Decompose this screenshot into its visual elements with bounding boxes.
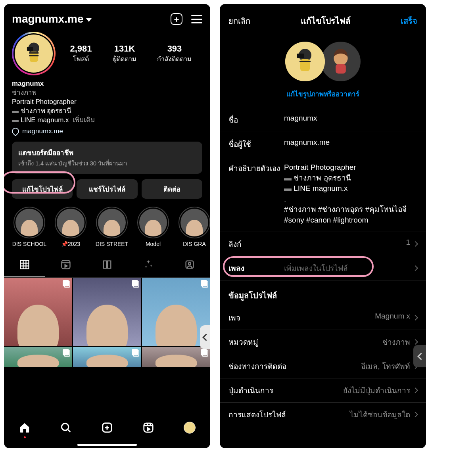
- profile-screen: magnumx.me ＋ 2,981 โพสต์ 131K ผู้ติดตาม …: [4, 4, 210, 448]
- create-icon[interactable]: ＋: [171, 13, 182, 25]
- svg-rect-3: [29, 55, 38, 56]
- share-profile-button[interactable]: แชร์โปรไฟล์: [77, 179, 137, 199]
- post-thumbnail[interactable]: [4, 347, 72, 367]
- svg-rect-2: [29, 52, 38, 54]
- profile-header: magnumx.me ＋: [4, 4, 210, 29]
- pro-dashboard[interactable]: แดชบอร์ดมืออาชีพ เข้าถึง 1.4 แสน บัญชีใน…: [12, 142, 202, 174]
- nav-search-icon[interactable]: [60, 422, 72, 438]
- carousel-icon: [132, 349, 139, 356]
- chevron-right-icon: [413, 315, 418, 320]
- svg-rect-26: [299, 61, 311, 62]
- carousel-icon: [63, 349, 70, 356]
- highlight-item[interactable]: DIS GRA: [177, 207, 210, 247]
- highlight-item[interactable]: Model: [136, 207, 171, 247]
- done-button[interactable]: เสร็จ: [401, 15, 417, 27]
- field-username[interactable]: ชื่อผู้ใช้ magnumx.me: [220, 132, 426, 156]
- edit-title: แก้ไขโปรไฟล์: [301, 14, 351, 27]
- avatar-cartoon[interactable]: [321, 42, 361, 81]
- avatar-pair: [220, 33, 426, 85]
- row-contact[interactable]: ช่องทางการติดต่อ อีเมล, โทรศัพท์: [220, 354, 426, 378]
- field-bio[interactable]: คำอธิบายตัวเอง Portrait Photographer ▬ ช…: [220, 156, 426, 232]
- nav-home-icon[interactable]: [19, 422, 31, 438]
- username-text: magnumx.me: [12, 13, 84, 25]
- row-page[interactable]: เพจ Magnum x: [220, 306, 426, 330]
- profile-link[interactable]: magnumx.me: [4, 125, 210, 135]
- bio-line1: Portrait Photographer: [12, 98, 202, 107]
- chevron-right-icon: [413, 387, 418, 393]
- posts-grid: [4, 278, 210, 367]
- bio-line3: ▬ LINE magnum.x เพิ่มเติม: [12, 116, 202, 125]
- svg-rect-10: [62, 260, 70, 269]
- row-profile-display[interactable]: การแสดงโปรไฟล์ ไม่ได้ซ่อนข้อมูลใด: [220, 403, 426, 426]
- stat-followers[interactable]: 131K ผู้ติดตาม: [113, 44, 136, 64]
- avatar-story-ring[interactable]: [12, 32, 56, 75]
- chevron-right-icon: [413, 339, 418, 344]
- tab-effects-icon[interactable]: [128, 254, 169, 277]
- field-music[interactable]: เพลง เพิ่มเพลงในโปรไฟล์: [220, 256, 426, 280]
- row-action-button[interactable]: ปุ่มดำเนินการ ยังไม่มีปุ่มดำเนินการ: [220, 378, 426, 403]
- tab-grid-icon[interactable]: [4, 254, 45, 277]
- display-name: magnumx: [12, 79, 202, 88]
- contact-button[interactable]: ติดต่อ: [142, 179, 202, 199]
- profile-photo[interactable]: [285, 42, 325, 81]
- highlight-item[interactable]: DIS STREET: [94, 207, 129, 247]
- stat-following[interactable]: 393 กำลังติดตาม: [157, 44, 192, 64]
- chevron-right-icon: [413, 411, 418, 417]
- highlight-item[interactable]: 📌2023: [53, 207, 88, 247]
- link-icon: [10, 126, 20, 136]
- svg-rect-29: [336, 64, 346, 73]
- chevron-right-icon: [413, 241, 418, 246]
- side-handle[interactable]: [200, 325, 210, 349]
- bio-more[interactable]: เพิ่มเติม: [73, 116, 95, 124]
- side-handle[interactable]: [413, 345, 426, 367]
- edit-photo-link[interactable]: แก้ไขรูปภาพหรืออวาตาร์: [220, 85, 426, 108]
- highlight-item[interactable]: DIS SCHOOL: [12, 207, 47, 247]
- bio-line2: ▬ ช่างภาพ อุดรธานี: [12, 107, 202, 116]
- story-highlights: DIS SCHOOL 📌2023 DIS STREET Model DIS GR…: [4, 199, 210, 247]
- tab-tagged-icon[interactable]: [169, 254, 210, 277]
- carousel-icon: [201, 280, 208, 287]
- menu-icon[interactable]: [191, 15, 202, 23]
- category: ช่างภาพ: [12, 88, 202, 98]
- edit-profile-screen: ยกเลิก แก้ไขโปรไฟล์ เสร็จ แก้ไขรูปภาพหรื…: [220, 4, 426, 448]
- row-category[interactable]: หมวดหมู่ ช่างภาพ: [220, 330, 426, 354]
- nav-reels-icon[interactable]: [142, 422, 154, 438]
- svg-point-14: [61, 423, 69, 430]
- edit-profile-button[interactable]: แก้ไขโปรไฟล์: [12, 179, 73, 199]
- avatar-image: [15, 35, 53, 73]
- post-thumbnail[interactable]: [73, 347, 141, 367]
- home-indicator: [77, 444, 137, 446]
- nav-profile-icon[interactable]: [184, 422, 196, 438]
- section-profile-info: ข้อมูลโปรไฟล์: [220, 280, 426, 306]
- cancel-button[interactable]: ยกเลิก: [228, 15, 250, 27]
- chevron-down-icon: [86, 18, 92, 22]
- bio-block: magnumx ช่างภาพ Portrait Photographer ▬ …: [4, 75, 210, 125]
- bottom-nav: [4, 416, 210, 441]
- edit-header: ยกเลิก แก้ไขโปรไฟล์ เสร็จ: [220, 4, 426, 33]
- svg-point-13: [188, 262, 191, 265]
- tab-reels-icon[interactable]: [45, 254, 86, 277]
- post-thumbnail[interactable]: [73, 278, 141, 346]
- stat-posts[interactable]: 2,981 โพสต์: [70, 44, 92, 64]
- profile-tabs: [4, 254, 210, 278]
- username-selector[interactable]: magnumx.me: [12, 13, 92, 25]
- tab-guides-icon[interactable]: [86, 254, 128, 277]
- post-thumbnail[interactable]: [4, 278, 72, 346]
- svg-rect-27: [297, 54, 304, 58]
- svg-line-15: [68, 430, 70, 432]
- carousel-icon: [201, 349, 208, 356]
- post-thumbnail[interactable]: [142, 347, 210, 367]
- field-name[interactable]: ชื่อ magnumx: [220, 108, 426, 132]
- svg-rect-5: [21, 260, 29, 269]
- carousel-icon: [63, 280, 70, 287]
- svg-rect-4: [27, 47, 33, 51]
- field-link[interactable]: ลิงก์ 1: [220, 232, 426, 256]
- nav-create-icon[interactable]: [101, 422, 113, 438]
- chevron-right-icon: [413, 265, 418, 271]
- carousel-icon: [132, 280, 139, 287]
